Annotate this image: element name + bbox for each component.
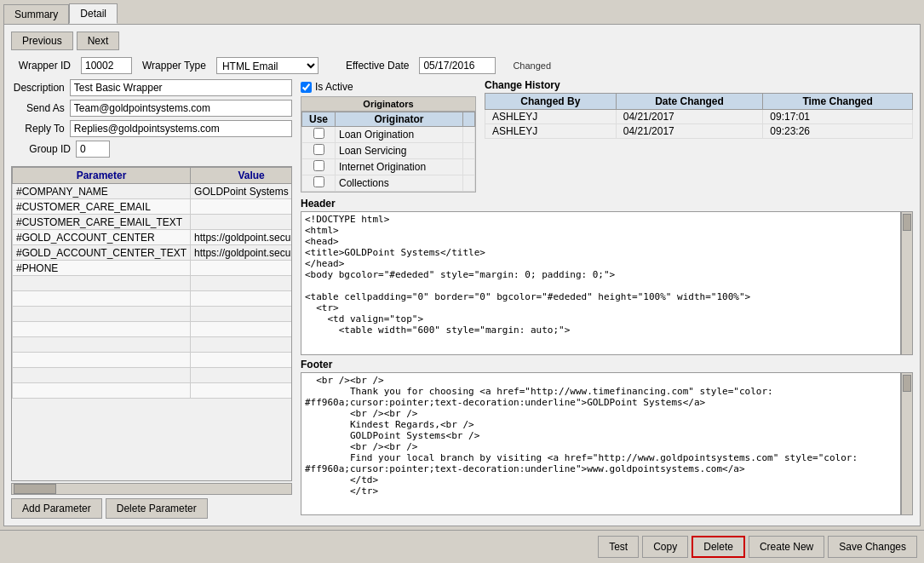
tab-bar: Summary Detail xyxy=(0,0,924,24)
param-col-header: Parameter xyxy=(13,168,191,184)
effective-date-input[interactable] xyxy=(419,57,496,74)
ch-time-header: Time Changed xyxy=(763,94,913,110)
orig-scroll-cell xyxy=(463,143,475,159)
wrapper-id-label: Wrapper ID xyxy=(11,60,71,72)
param-row-empty xyxy=(13,337,292,353)
orig-row: Loan Servicing xyxy=(302,143,475,159)
previous-button[interactable]: Previous xyxy=(11,32,73,50)
add-parameter-button[interactable]: Add Parameter xyxy=(11,498,102,519)
wrapper-row: Wrapper ID Wrapper Type HTML Email Effec… xyxy=(11,57,913,74)
save-changes-button[interactable]: Save Changes xyxy=(828,536,917,558)
param-value-cell: GOLDPoint Systems xyxy=(191,184,291,199)
param-row[interactable]: #CUSTOMER_CARE_EMAIL_TEXT xyxy=(13,215,292,230)
orig-use-header: Use xyxy=(302,112,336,127)
group-id-input[interactable] xyxy=(76,141,110,158)
group-id-row: Group ID xyxy=(11,141,292,158)
test-button[interactable]: Test xyxy=(598,536,639,558)
main-container: Summary Detail Previous Next Wrapper ID … xyxy=(0,0,924,563)
orig-scroll-cell xyxy=(463,159,475,175)
tab-detail[interactable]: Detail xyxy=(69,3,118,24)
footer-scrollbar[interactable] xyxy=(901,372,913,516)
param-buttons: Add Parameter Delete Parameter xyxy=(11,498,292,519)
wrapper-type-select[interactable]: HTML Email xyxy=(216,57,319,74)
footer-label: Footer xyxy=(301,359,913,371)
orig-name: Internet Origination xyxy=(336,159,463,175)
header-scrollbar[interactable] xyxy=(901,211,913,355)
param-row-empty xyxy=(13,368,292,383)
reply-to-label: Reply To xyxy=(11,123,65,135)
group-id-label: Group ID xyxy=(11,143,71,155)
ch-date-header: Date Changed xyxy=(616,94,763,110)
param-row[interactable]: #COMPANY_NAMEGOLDPoint Systems xyxy=(13,184,292,199)
effective-date-label: Effective Date xyxy=(346,60,409,72)
is-active-label: Is Active xyxy=(315,81,353,93)
param-row-empty xyxy=(13,276,292,291)
param-row-empty xyxy=(13,307,292,322)
ch-row: ASHLEYJ04/21/201709:23:26 xyxy=(485,124,913,139)
description-row: Description xyxy=(11,79,292,96)
param-value-cell xyxy=(191,215,291,230)
orig-is-active: Is Active Originators Use Originator xyxy=(301,79,476,192)
ch-changed-by: ASHLEYJ xyxy=(485,110,617,124)
orig-checkbox[interactable] xyxy=(313,160,324,171)
description-label: Description xyxy=(11,82,65,94)
param-row-empty xyxy=(13,353,292,368)
orig-originator-header: Originator xyxy=(336,112,463,127)
orig-scroll-cell xyxy=(463,175,475,192)
orig-scroll-cell xyxy=(463,127,475,143)
param-value-cell: https://goldpoint.secure... xyxy=(191,230,291,245)
orig-row: Internet Origination xyxy=(302,159,475,175)
value-col-header: Value xyxy=(191,168,291,184)
param-row-empty xyxy=(13,383,292,399)
is-active-row: Is Active xyxy=(301,81,476,93)
ch-time: 09:23:26 xyxy=(763,124,913,139)
ch-row: ASHLEYJ04/21/201709:17:01 xyxy=(485,110,913,124)
delete-parameter-button[interactable]: Delete Parameter xyxy=(106,498,208,519)
param-row[interactable]: #GOLD_ACCOUNT_CENTER_TEXThttps://goldpoi… xyxy=(13,245,292,261)
param-row-empty xyxy=(13,322,292,337)
header-textarea[interactable] xyxy=(301,211,901,355)
orig-checkbox[interactable] xyxy=(313,128,324,139)
change-history-section: Change History Changed By Date Changed T… xyxy=(485,79,913,139)
copy-button[interactable]: Copy xyxy=(642,536,688,558)
ch-changed-by-header: Changed By xyxy=(485,94,617,110)
send-as-input[interactable] xyxy=(70,100,292,117)
param-row[interactable]: #CUSTOMER_CARE_EMAIL xyxy=(13,199,292,215)
send-as-row: Send As xyxy=(11,100,292,117)
orig-history-section: Is Active Originators Use Originator xyxy=(301,79,913,192)
param-name-cell: #CUSTOMER_CARE_EMAIL_TEXT xyxy=(13,215,191,230)
wrapper-id-input[interactable] xyxy=(81,57,132,74)
param-row[interactable]: #GOLD_ACCOUNT_CENTERhttps://goldpoint.se… xyxy=(13,230,292,245)
param-table: Parameter Value #COMPANY_NAMEGOLDPoint S… xyxy=(12,167,291,399)
change-history-table: Changed By Date Changed Time Changed ASH… xyxy=(485,93,913,139)
header-label: Header xyxy=(301,198,913,210)
tab-summary[interactable]: Summary xyxy=(3,4,69,24)
description-input[interactable] xyxy=(70,79,292,96)
create-new-button[interactable]: Create New xyxy=(749,536,824,558)
change-history-title: Change History xyxy=(485,79,913,91)
reply-to-input[interactable] xyxy=(70,120,292,137)
ch-date: 04/21/2017 xyxy=(616,110,763,124)
ch-changed-by: ASHLEYJ xyxy=(485,124,617,139)
param-row-empty xyxy=(13,291,292,307)
param-name-cell: #PHONE xyxy=(13,261,191,276)
is-active-checkbox[interactable] xyxy=(301,82,312,93)
orig-checkbox[interactable] xyxy=(313,176,324,187)
content-area: Previous Next Wrapper ID Wrapper Type HT… xyxy=(3,24,921,526)
delete-button[interactable]: Delete xyxy=(692,536,745,558)
param-scrollbar-h[interactable] xyxy=(11,483,292,495)
param-value-cell xyxy=(191,199,291,215)
wrapper-type-label: Wrapper Type xyxy=(142,60,206,72)
orig-checkbox[interactable] xyxy=(313,144,324,155)
originators-table: Use Originator Loan OriginationLoan Serv… xyxy=(301,112,475,192)
orig-name: Loan Servicing xyxy=(336,143,463,159)
footer-textarea[interactable] xyxy=(301,372,901,516)
param-value-cell xyxy=(191,261,291,276)
orig-scroll-header xyxy=(463,112,475,127)
footer-section: Footer xyxy=(301,359,913,516)
param-row[interactable]: #PHONE xyxy=(13,261,292,276)
param-table-container: Parameter Value #COMPANY_NAMEGOLDPoint S… xyxy=(11,166,292,481)
next-button[interactable]: Next xyxy=(77,32,120,50)
originators-box: Originators Use Originator Loan Orig xyxy=(301,96,476,192)
left-panel: Description Send As Reply To Group ID xyxy=(11,79,292,519)
